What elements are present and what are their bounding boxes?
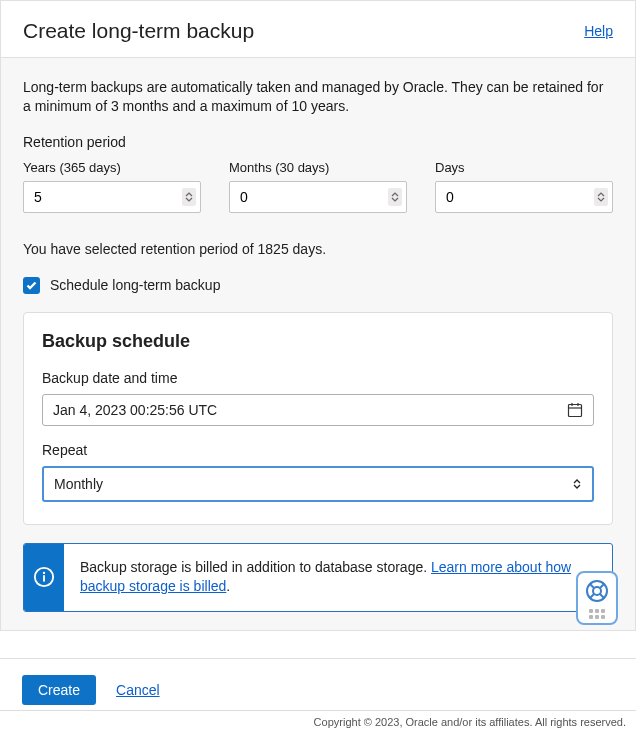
years-label: Years (365 days) xyxy=(23,160,201,175)
page-title: Create long-term backup xyxy=(23,19,254,43)
years-stepper[interactable] xyxy=(182,188,196,206)
schedule-checkbox[interactable] xyxy=(23,277,40,294)
help-widget[interactable] xyxy=(576,571,618,625)
days-stepper[interactable] xyxy=(594,188,608,206)
repeat-label: Repeat xyxy=(42,442,594,458)
svg-line-10 xyxy=(600,584,605,589)
date-input[interactable]: Jan 4, 2023 00:25:56 UTC xyxy=(42,394,594,426)
info-banner: Backup storage is billed in addition to … xyxy=(23,543,613,612)
date-label: Backup date and time xyxy=(42,370,594,386)
svg-rect-6 xyxy=(43,576,45,582)
schedule-card: Backup schedule Backup date and time Jan… xyxy=(23,312,613,525)
lifebuoy-icon xyxy=(585,579,609,603)
copyright: Copyright © 2023, Oracle and/or its affi… xyxy=(0,710,636,733)
chevron-updown-icon xyxy=(572,478,582,490)
retention-summary: You have selected retention period of 18… xyxy=(23,241,613,257)
months-input[interactable] xyxy=(229,181,407,213)
repeat-select[interactable]: Monthly xyxy=(42,466,594,502)
svg-line-11 xyxy=(590,594,595,599)
days-value[interactable] xyxy=(436,182,612,212)
info-text: Backup storage is billed in addition to … xyxy=(80,559,431,575)
create-button[interactable]: Create xyxy=(22,675,96,705)
svg-rect-0 xyxy=(569,404,582,416)
retention-label: Retention period xyxy=(23,134,613,150)
grip-icon[interactable] xyxy=(589,609,605,619)
svg-line-9 xyxy=(590,584,595,589)
months-value[interactable] xyxy=(230,182,406,212)
years-input[interactable] xyxy=(23,181,201,213)
cancel-link[interactable]: Cancel xyxy=(116,682,160,698)
svg-point-5 xyxy=(43,572,45,574)
date-value: Jan 4, 2023 00:25:56 UTC xyxy=(53,402,217,418)
months-label: Months (30 days) xyxy=(229,160,407,175)
schedule-title: Backup schedule xyxy=(42,331,594,352)
repeat-value: Monthly xyxy=(54,476,103,492)
calendar-icon[interactable] xyxy=(567,402,583,418)
info-icon xyxy=(33,566,55,588)
svg-point-8 xyxy=(593,587,601,595)
schedule-checkbox-label: Schedule long-term backup xyxy=(50,277,220,293)
svg-line-12 xyxy=(600,594,605,599)
days-input[interactable] xyxy=(435,181,613,213)
years-value[interactable] xyxy=(24,182,200,212)
months-stepper[interactable] xyxy=(388,188,402,206)
days-label: Days xyxy=(435,160,613,175)
help-link[interactable]: Help xyxy=(584,23,613,39)
intro-text: Long-term backups are automatically take… xyxy=(23,78,613,116)
